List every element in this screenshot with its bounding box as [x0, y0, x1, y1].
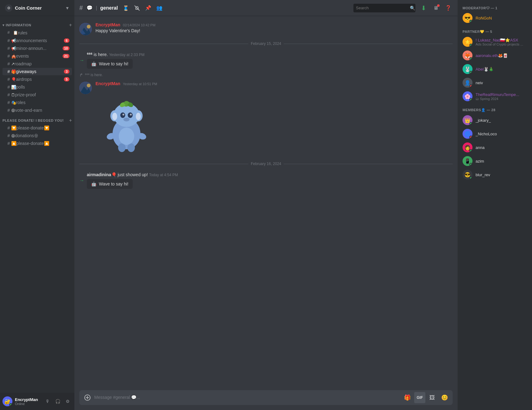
svg-point-19 [130, 114, 132, 116]
channel-giveaways-label: giveaways [16, 69, 64, 74]
system-time-2: Today at 4:54 PM [149, 173, 178, 177]
reply-text: ⁶⁶⁶ is here. [85, 73, 103, 77]
system-arrow-2: → [79, 178, 84, 183]
right-panel: MODERATOR🛡 — 1 😎 RoNGoN PARTNER💛 — 5 ⭐ !… [458, 0, 532, 410]
channel-item-prize-proof[interactable]: # 🗒 prize-proof [2, 91, 72, 98]
member-item-abel[interactable]: 🐰 Abel🐰🎄 [460, 62, 530, 76]
channel-hash-icon14: # [7, 141, 10, 146]
member-item-nicholoco[interactable]: 🌀 _NichoLoco [460, 127, 530, 141]
member-avatar-nicholoco: 🌀 [463, 129, 472, 139]
member-item-blur-rev[interactable]: 😎 blur_rev [460, 168, 530, 181]
system-message-666: → ⁶⁶⁶ is here. Yesterday at 2:33 PM 🤖 Wa… [74, 51, 458, 70]
category-information[interactable]: ▾ INFORMATION + [0, 21, 74, 28]
svg-text:🧵: 🧵 [123, 5, 129, 11]
category-donate-label: PLEASE DONATE! I BEGGED YOU! [2, 119, 64, 122]
members-list-button[interactable]: 👥 [155, 4, 164, 12]
events-badge: 21 [63, 54, 69, 58]
member-item-anna[interactable]: 👩 anna [460, 141, 530, 154]
channel-hash-icon7: # [7, 77, 10, 82]
message-author-1: EncryptMan [95, 22, 120, 27]
channel-item-rules[interactable]: # 📋 rules [2, 29, 72, 37]
message-timestamp-2: Yesterday at 10:51 PM [123, 82, 157, 86]
search-icon: 🔍 [410, 6, 415, 11]
help-button[interactable]: ❓ [444, 4, 453, 12]
member-item-thereal[interactable]: 🌸 TheRealRimuruTempe... 🗂 Spring 2024 [460, 89, 530, 103]
message-avatar-encryptman-2 [79, 82, 92, 94]
category-add-icon[interactable]: + [69, 22, 72, 28]
message-content-2: EncryptMan Yesterday at 10:51 PM [95, 81, 453, 155]
search-input[interactable] [356, 6, 408, 10]
channel-item-roadmap[interactable]: # ↗ roadmap [2, 60, 72, 68]
channel-roadmap-label: roadmap [15, 61, 69, 66]
system-message-content-1: ⁶⁶⁶ is here. Yesterday at 2:33 PM 🤖 Wave… [87, 52, 144, 69]
message-timestamp-1: 02/14/2024 10:42 PM [123, 23, 155, 27]
channel-item-please-donate-1[interactable]: # 🔽please-donate🔽 [2, 124, 72, 132]
category-information-label: ▾ INFORMATION [2, 23, 31, 27]
server-header[interactable]: ⚙ Coin Corner ▼ [0, 0, 74, 16]
member-item-lukasz[interactable]: ⭐ ! Lukasz_Nad🇵🇱⭐ASX Ads Social of Crypt… [460, 35, 530, 49]
svg-point-23 [118, 143, 126, 152]
member-subtext-thereal: 🗂 Spring 2024 [476, 97, 527, 101]
add-file-button[interactable] [82, 392, 93, 403]
member-name-azim: azim [476, 159, 527, 164]
member-name-blur-rev: blur_rev [476, 172, 527, 177]
message-text-1: Happy Valentine's Day! [95, 28, 453, 34]
member-item-neiv[interactable]: 👤 neiv [460, 76, 530, 89]
gif-button[interactable]: GIF [414, 392, 425, 403]
settings-button[interactable]: ⚙ [63, 397, 72, 406]
member-item-jokary[interactable]: 👑 _jokary_ [460, 113, 530, 127]
wave-button-1[interactable]: 🤖 Wave to say hi! [87, 59, 133, 69]
channel-item-donations[interactable]: # 🏵 donations🏵 [2, 132, 72, 139]
gift-button[interactable]: 🎁 [402, 392, 413, 403]
member-item-rongon[interactable]: 😎 RoNGoN [460, 11, 530, 25]
download-button[interactable]: ⬇ [419, 4, 428, 12]
channel-item-please-donate-2[interactable]: # 🔼please-donate🔼 [2, 140, 72, 147]
sidebar: ⚙ Coin Corner ▼ ▾ INFORMATION + # 📋 rule… [0, 0, 74, 410]
channel-hash-icon12: # [7, 125, 10, 130]
character-image [95, 87, 157, 155]
channel-header-name: general [100, 5, 118, 11]
channel-item-giveaways[interactable]: # 🎁 giveaways 3 [2, 68, 72, 75]
sticker-button[interactable]: 🖼 [427, 392, 438, 403]
member-status-nicholoco [469, 136, 472, 139]
member-status-thereal [469, 98, 472, 101]
reply-arrow-icon: ↱ [79, 72, 83, 77]
mute-button[interactable]: 🎙 [43, 397, 52, 406]
mute-channel-button[interactable] [133, 4, 141, 12]
server-icon: ⚙ [5, 4, 12, 12]
system-time-1: Yesterday at 2:33 PM [109, 53, 144, 57]
channel-item-minor-announ[interactable]: # 📢 minor-announ... 10 [2, 45, 72, 52]
pin-button[interactable]: 📌 [144, 4, 153, 12]
messages-area: EncryptMan 02/14/2024 10:42 PM Happy Val… [74, 16, 458, 390]
deafen-button[interactable]: 🎧 [53, 397, 62, 406]
channel-item-polls[interactable]: # 📊 polls [2, 83, 72, 91]
category-donate[interactable]: PLEASE DONATE! I BEGGED YOU! + [0, 116, 74, 124]
member-name-rongon: RoNGoN [476, 16, 527, 20]
message-author-2: EncryptMan [95, 81, 120, 86]
wave-label-1: Wave to say hi! [99, 61, 128, 66]
channel-polls-label: polls [16, 85, 69, 89]
channel-item-announcements[interactable]: # 📢 announcements 6 [2, 37, 72, 44]
wave-button-2[interactable]: 🤖 Wave to say hi! [87, 179, 133, 189]
emoji-button[interactable]: 😊 [439, 392, 450, 403]
threads-button[interactable]: 🧵 [122, 4, 130, 12]
svg-point-24 [127, 143, 135, 152]
svg-point-14 [112, 113, 117, 120]
screen-button[interactable]: 🖥 [432, 4, 440, 12]
channel-item-roles[interactable]: # 🎭 roles [2, 99, 72, 106]
channel-hash-icon-header: # [79, 4, 83, 11]
message-input-field[interactable] [94, 395, 401, 401]
search-bar[interactable]: 🔍 [353, 4, 415, 12]
category-collapse-icon: ▾ [2, 23, 5, 27]
header-divider: | [96, 5, 97, 11]
channel-hash-icon3: # [7, 46, 10, 51]
channel-item-vote-earn[interactable]: # 🏵 vote-and-earn [2, 107, 72, 114]
user-bar: 🔐 EncryptMan Online 🎙 🎧 ⚙ [0, 393, 74, 410]
member-item-aaronalu[interactable]: 🦊 aaronalu.eth🦊🀄 [460, 49, 530, 62]
channel-hash-icon6: # [7, 69, 10, 74]
member-name-thereal: TheRealRimuruTempe... [476, 92, 527, 97]
member-item-azim[interactable]: 📱 azim [460, 154, 530, 168]
channel-item-airdrops[interactable]: # 🎈 airdrops 5 [2, 76, 72, 83]
channel-item-events[interactable]: # 🎪 events 21 [2, 52, 72, 60]
category-donate-add[interactable]: + [69, 118, 72, 123]
